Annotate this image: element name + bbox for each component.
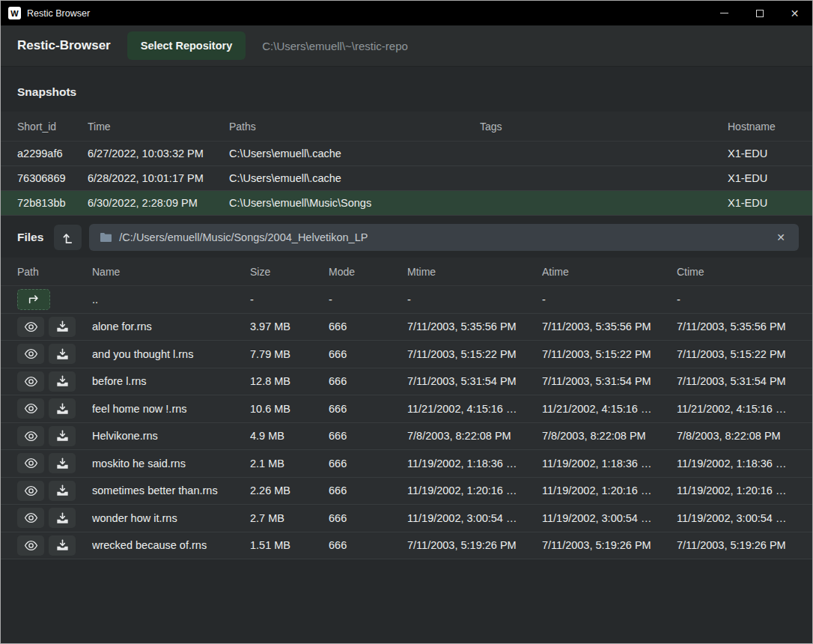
app-logo-icon: W xyxy=(8,7,21,19)
clear-path-icon[interactable]: ✕ xyxy=(773,230,788,245)
snapshot-paths: C:\Users\emuell\Music\Songs xyxy=(229,197,480,209)
file-path-value: /C:/Users/emuell/Music/Songs/2004_Helvet… xyxy=(119,231,766,243)
snapshot-short-id: a2299af6 xyxy=(17,148,88,160)
file-name: Helvikone.rns xyxy=(92,430,250,442)
file-mode: 666 xyxy=(329,348,407,360)
eye-icon xyxy=(24,540,38,551)
snapshot-row-selected[interactable]: 72b813bb 6/30/2022, 2:28:09 PM C:\Users\… xyxy=(1,191,812,216)
file-row: Helvikone.rns 4.9 MB 666 7/8/2003, 8:22:… xyxy=(1,423,812,451)
file-name: wonder how it.rns xyxy=(92,512,250,524)
file-mtime: 11/19/2002, 3:00:54 … xyxy=(407,512,542,524)
column-header-atime: Atime xyxy=(542,266,677,278)
file-ctime: 11/19/2002, 1:20:16 … xyxy=(677,484,796,496)
download-icon xyxy=(56,512,69,524)
file-atime: 7/8/2003, 8:22:08 PM xyxy=(542,430,677,442)
maximize-button[interactable] xyxy=(742,1,777,25)
file-name[interactable]: .. xyxy=(92,294,250,306)
file-ctime: - xyxy=(677,294,796,306)
file-size: 2.26 MB xyxy=(250,484,329,496)
snapshot-hostname: X1-EDU xyxy=(728,148,796,160)
file-path-input[interactable]: /C:/Users/emuell/Music/Songs/2004_Helvet… xyxy=(89,224,799,251)
download-file-button[interactable] xyxy=(49,344,76,364)
preview-file-button[interactable] xyxy=(17,398,44,419)
app-header: Restic-Browser Select Repository C:\User… xyxy=(1,25,812,67)
download-file-button[interactable] xyxy=(49,453,76,473)
file-row: wonder how it.rns 2.7 MB 666 11/19/2002,… xyxy=(1,505,812,532)
column-header-size: Size xyxy=(250,266,329,278)
download-icon xyxy=(56,458,69,470)
parent-directory-arrow-icon xyxy=(27,294,40,306)
file-atime: - xyxy=(542,294,677,306)
snapshot-short-id: 76306869 xyxy=(17,172,88,184)
download-file-button[interactable] xyxy=(49,398,76,419)
app-title: Restic-Browser xyxy=(17,38,111,53)
download-file-button[interactable] xyxy=(49,317,76,337)
download-file-button[interactable] xyxy=(49,481,76,501)
files-bar: Files /C:/Users/emuell/Music/Songs/2004_… xyxy=(1,216,812,258)
repository-path: C:\Users\emuell\~\restic-repo xyxy=(262,40,408,52)
file-atime: 11/21/2002, 4:15:16 … xyxy=(542,403,677,415)
eye-icon xyxy=(24,458,38,469)
file-mtime: 7/11/2003, 5:15:22 PM xyxy=(407,348,542,360)
download-icon xyxy=(56,375,69,387)
close-button[interactable]: ✕ xyxy=(777,1,812,25)
file-row: before l.rns 12.8 MB 666 7/11/2003, 5:31… xyxy=(1,368,812,396)
select-repository-button[interactable]: Select Repository xyxy=(127,31,246,60)
file-mtime: - xyxy=(407,294,542,306)
eye-icon xyxy=(24,512,38,523)
file-row: alone for.rns 3.97 MB 666 7/11/2003, 5:3… xyxy=(1,314,812,341)
files-table-header: Path Name Size Mode Mtime Atime Ctime xyxy=(1,258,812,286)
file-name: feel home now !.rns xyxy=(92,403,250,415)
file-mtime: 7/11/2003, 5:19:26 PM xyxy=(407,539,542,551)
eye-icon xyxy=(24,403,38,414)
snapshot-time: 6/27/2022, 10:03:32 PM xyxy=(88,148,229,160)
download-file-button[interactable] xyxy=(49,508,76,528)
up-directory-icon xyxy=(61,231,74,244)
maximize-icon xyxy=(756,10,764,17)
snapshot-row[interactable]: a2299af6 6/27/2022, 10:03:32 PM C:\Users… xyxy=(1,142,812,166)
file-size: 7.79 MB xyxy=(250,348,329,360)
file-row: moskito he said.rns 2.1 MB 666 11/19/200… xyxy=(1,450,812,478)
preview-file-button[interactable] xyxy=(17,426,44,446)
download-file-button[interactable] xyxy=(49,426,76,446)
minimize-button[interactable] xyxy=(707,1,742,25)
file-mtime: 11/21/2002, 4:15:16 … xyxy=(407,403,542,415)
preview-file-button[interactable] xyxy=(17,535,44,556)
snapshot-paths: C:\Users\emuell\.cache xyxy=(229,172,480,184)
app-window: W Restic Browser ✕ Restic-Browser Select… xyxy=(0,0,813,644)
download-icon xyxy=(56,321,69,332)
preview-file-button[interactable] xyxy=(17,481,44,501)
eye-icon xyxy=(24,485,38,496)
eye-icon xyxy=(24,321,38,332)
file-ctime: 11/21/2002, 4:15:16 … xyxy=(677,403,796,415)
file-mtime: 7/11/2003, 5:31:54 PM xyxy=(407,375,542,387)
parent-directory-row: .. - - - - - xyxy=(1,286,812,314)
file-size: 10.6 MB xyxy=(250,403,329,415)
column-header-name: Name xyxy=(92,266,250,278)
file-size: - xyxy=(250,294,329,306)
file-name: and you thought l.rns xyxy=(92,348,250,360)
file-mode: 666 xyxy=(329,403,407,415)
preview-file-button[interactable] xyxy=(17,371,44,392)
preview-file-button[interactable] xyxy=(17,344,44,364)
file-ctime: 7/8/2003, 8:22:08 PM xyxy=(677,430,796,442)
file-mode: 666 xyxy=(329,321,407,332)
snapshot-short-id: 72b813bb xyxy=(17,197,88,209)
snapshot-row[interactable]: 76306869 6/28/2022, 10:01:17 PM C:\Users… xyxy=(1,166,812,191)
preview-file-button[interactable] xyxy=(17,508,44,528)
preview-file-button[interactable] xyxy=(17,317,44,337)
download-file-button[interactable] xyxy=(49,535,76,556)
snapshot-hostname: X1-EDU xyxy=(728,197,796,209)
up-directory-button[interactable] xyxy=(54,225,82,250)
file-name: wrecked because of.rns xyxy=(92,539,250,551)
column-header-paths: Paths xyxy=(229,121,480,133)
close-icon: ✕ xyxy=(791,8,800,19)
file-ctime: 7/11/2003, 5:31:54 PM xyxy=(677,375,796,387)
download-file-button[interactable] xyxy=(49,371,76,392)
file-size: 12.8 MB xyxy=(250,375,329,387)
preview-file-button[interactable] xyxy=(17,453,44,473)
go-parent-directory-button[interactable] xyxy=(17,289,50,310)
snapshot-time: 6/30/2022, 2:28:09 PM xyxy=(88,197,229,209)
titlebar: W Restic Browser ✕ xyxy=(1,1,812,25)
file-atime: 11/19/2002, 1:18:36 … xyxy=(542,458,677,470)
